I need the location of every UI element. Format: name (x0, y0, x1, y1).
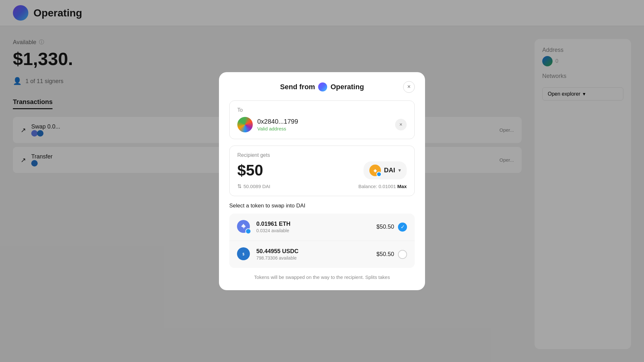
token-item-usdc[interactable]: $ 50.44955 USDC 798.73306 available $50.… (229, 241, 415, 268)
eth-amount: 0.01961 ETH (256, 221, 371, 227)
swap-arrows-icon: ⇅ (237, 183, 242, 189)
eth-token-icon-wrapper (237, 220, 251, 234)
eth-item-right: $50.50 ✓ (376, 223, 407, 232)
address-clear-button[interactable]: × (395, 119, 407, 130)
address-avatar (237, 117, 253, 132)
usdc-icon: $ (237, 247, 250, 260)
token-name: DAI (384, 167, 395, 174)
usdc-item-right: $50.50 (376, 250, 407, 259)
eth-available: 0.0324 available (256, 228, 371, 233)
close-button[interactable]: × (403, 81, 415, 93)
to-section: To 0x2840...1799 Valid address × (229, 100, 415, 139)
address-left: 0x2840...1799 Valid address (237, 117, 298, 132)
recipient-section: Recipient gets $50 ◈ DAI ▾ (229, 146, 415, 196)
recipient-label: Recipient gets (237, 152, 407, 158)
svg-text:◈: ◈ (373, 168, 377, 173)
eth-usd: $50.50 (376, 224, 394, 230)
usdc-amount: 50.44955 USDC (256, 248, 371, 255)
valid-address-text: Valid address (257, 126, 298, 131)
address-details: 0x2840...1799 Valid address (257, 118, 298, 131)
usdc-item-details: 50.44955 USDC 798.73306 available (256, 248, 371, 261)
amount-converted: ⇅ 50.0089 DAI (237, 183, 270, 189)
wallet-name: Operating (330, 83, 364, 91)
svg-text:$: $ (242, 252, 244, 256)
eth-logo (240, 223, 247, 230)
address-text: 0x2840...1799 (257, 118, 298, 125)
max-button[interactable]: Max (397, 184, 407, 189)
address-row: 0x2840...1799 Valid address × (237, 117, 407, 132)
modal-overlay: Send from Operating × To 0x2840...1799 V… (0, 0, 644, 362)
usdc-radio-unselected[interactable] (398, 250, 407, 259)
eth-item-details: 0.01961 ETH 0.0324 available (256, 221, 371, 233)
token-chevron-icon: ▾ (398, 167, 401, 173)
amount-subrow: ⇅ 50.0089 DAI Balance: 0.01001 Max (237, 183, 407, 189)
footer-note: Tokens will be swapped on the way to the… (229, 274, 415, 280)
to-label: To (237, 107, 407, 113)
title-prefix: Send from (280, 83, 315, 91)
swap-section-label: Select a token to swap into DAI (229, 203, 415, 209)
token-item-eth[interactable]: 0.01961 ETH 0.0324 available $50.50 ✓ (229, 214, 415, 241)
eth-network-badge (245, 228, 251, 234)
usdc-logo: $ (240, 251, 247, 257)
token-list: 0.01961 ETH 0.0324 available $50.50 ✓ $ (229, 214, 415, 268)
usdc-token-icon-wrapper: $ (237, 247, 251, 262)
balance-row: Balance: 0.01001 Max (358, 184, 407, 189)
close-icon-small: × (399, 122, 402, 128)
wallet-icon (318, 82, 327, 91)
usdc-usd: $50.50 (376, 251, 394, 258)
eth-radio-selected[interactable]: ✓ (398, 223, 407, 232)
dai-icon-wrapper: ◈ (369, 165, 381, 176)
send-modal: Send from Operating × To 0x2840...1799 V… (219, 72, 425, 290)
amount-display[interactable]: $50 (237, 161, 263, 179)
modal-header: Send from Operating × (229, 82, 415, 91)
modal-title: Send from Operating (280, 82, 364, 91)
recipient-row: $50 ◈ DAI ▾ (237, 161, 407, 179)
close-icon: × (407, 83, 411, 90)
token-selector[interactable]: ◈ DAI ▾ (364, 161, 407, 179)
usdc-available: 798.73306 available (256, 255, 371, 261)
dai-network-badge (376, 172, 382, 177)
